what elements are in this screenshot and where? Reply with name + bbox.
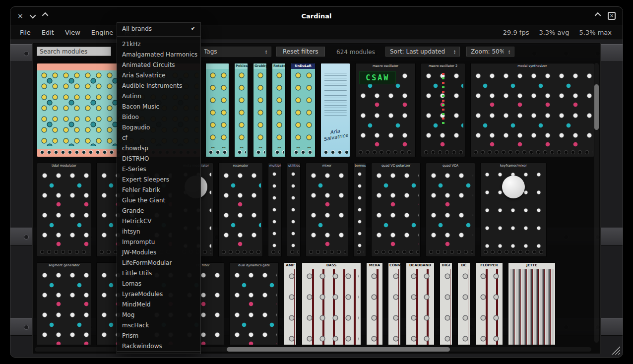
module-title: BASS: [302, 263, 361, 268]
module-ports: [236, 149, 246, 156]
module-panel: [236, 70, 246, 148]
zoom-dropdown[interactable]: Zoom: 50% ▴▾: [466, 47, 514, 57]
module-title: keyframer/mixer: [481, 163, 546, 169]
module-ports: [355, 249, 364, 255]
brand-menu-item[interactable]: Grande: [117, 205, 200, 216]
brand-menu-item[interactable]: cf: [117, 132, 200, 143]
brand-menu-item[interactable]: Autinn: [117, 91, 200, 101]
brand-menu-item[interactable]: Little Utils: [117, 268, 200, 278]
module-ports: [428, 249, 473, 255]
module-card[interactable]: Aria Salvatrice: [320, 63, 350, 157]
module-lcd: CSAW: [359, 71, 396, 84]
reset-filters-button[interactable]: Reset filters: [276, 47, 325, 57]
module-card[interactable]: mixer: [306, 163, 348, 257]
module-title: JETTE: [508, 263, 555, 268]
menu-item[interactable]: View: [60, 29, 86, 36]
module-card[interactable]: AMP: [284, 262, 297, 345]
module-card[interactable]: dual dynamics gate: [229, 262, 279, 345]
module-panel: [274, 70, 284, 148]
module-card[interactable]: Grabby: [253, 63, 267, 157]
brand-menu-item[interactable]: Impromptu: [117, 237, 200, 247]
module-card[interactable]: DEADBAND: [406, 262, 435, 345]
brand-menu-item[interactable]: Rackwindows: [117, 341, 200, 351]
module-card[interactable]: Rotatoes: [272, 63, 286, 157]
menu-item[interactable]: File: [14, 29, 36, 36]
module-card[interactable]: BASS: [302, 262, 361, 345]
module-ports: [39, 249, 89, 255]
module-panel: [423, 70, 463, 148]
brand-menu-item[interactable]: Audible Instruments: [117, 80, 200, 91]
brand-menu-item-all[interactable]: All brands ✔: [117, 23, 200, 34]
brand-menu-item[interactable]: Animated Circuits: [117, 60, 200, 70]
module-card[interactable]: quad VCA: [426, 163, 475, 257]
module-card[interactable]: keyframer/mixer: [480, 163, 547, 257]
close-window-icon[interactable]: ×: [608, 12, 616, 20]
brand-menu-item[interactable]: mscHack: [117, 320, 200, 330]
module-card[interactable]: modal synthesizer: [470, 63, 594, 157]
brand-menu-item[interactable]: Bidoo: [117, 112, 200, 122]
module-ports: [255, 149, 265, 156]
module-panel: [231, 269, 277, 345]
module-title: macro oscillator: [356, 63, 415, 69]
brand-menu-item[interactable]: DISTRHO: [117, 153, 200, 164]
brand-menu-item[interactable]: JW-Modules: [117, 247, 200, 257]
module-panel: [482, 170, 545, 248]
brand-menu-item[interactable]: LifeFormModular: [117, 257, 200, 268]
brand-menu-item[interactable]: E-Series: [117, 164, 200, 174]
brand-menu-item[interactable]: 21kHz: [117, 39, 200, 49]
brand-menu-item[interactable]: LyraeModules: [117, 289, 200, 299]
module-card[interactable]: CONV: [388, 262, 401, 345]
brand-menu-item[interactable]: Glue the Giant: [117, 195, 200, 205]
module-title: dual dynamics gate: [230, 263, 278, 268]
brand-menu-item[interactable]: Mog: [117, 309, 200, 320]
module-card[interactable]: segment generator: [37, 262, 91, 345]
vertical-scrollbar-thumb[interactable]: [594, 84, 599, 130]
module-card[interactable]: DC: [457, 262, 470, 345]
module-card[interactable]: multiples: [268, 163, 282, 257]
search-input[interactable]: [37, 47, 111, 56]
sort-dropdown[interactable]: Sort: Last updated ▴▾: [385, 47, 460, 57]
tags-dropdown[interactable]: Tags ▴▾: [199, 47, 271, 57]
module-ports: [207, 149, 227, 156]
module-card[interactable]: tidal modulator: [37, 163, 91, 257]
brand-menu-item[interactable]: Expert Sleepers: [117, 174, 200, 184]
brand-menu-item[interactable]: Lomas: [117, 278, 200, 289]
module-card[interactable]: macro oscillator 2: [421, 63, 465, 157]
brand-menu-item[interactable]: chowdsp: [117, 143, 200, 153]
brand-menu-item[interactable]: Aria Salvatrice: [117, 70, 200, 80]
brand-menu-item[interactable]: Fehler Fabrik: [117, 184, 200, 195]
module-card[interactable]: Pokies: [234, 63, 248, 157]
module-title: UnDuLaR: [291, 63, 315, 69]
module-card[interactable]: DIGI: [440, 262, 452, 345]
module-panel: [255, 70, 265, 148]
module-title: FLOPPER: [476, 263, 503, 268]
module-panel: [286, 269, 295, 345]
brand-menu-item[interactable]: Bacon Music: [117, 101, 200, 112]
module-card[interactable]: bernoulli gate: [353, 163, 366, 257]
module-ports: [322, 149, 348, 156]
menu-item[interactable]: Edit: [36, 29, 60, 36]
module-card[interactable]: utilities: [287, 163, 301, 257]
horizontal-scrollbar-thumb[interactable]: [227, 347, 450, 352]
brand-menu-item[interactable]: Prism: [117, 330, 200, 341]
brand-menu-item[interactable]: ihtsyn: [117, 226, 200, 237]
module-card[interactable]: resonator: [218, 163, 263, 257]
window-controls-right: ×: [596, 7, 616, 25]
module-panel: [39, 170, 89, 248]
module-card[interactable]: MERA: [366, 262, 383, 345]
brand-menu-item[interactable]: Bogaudio: [117, 122, 200, 132]
menu-item[interactable]: Engine: [86, 29, 119, 36]
module-card[interactable]: FLOPPER: [475, 262, 503, 345]
module-card[interactable]: UnDuLaR: [291, 63, 316, 157]
module-title: Pokies: [235, 63, 248, 69]
module-card[interactable]: JETTE: [508, 262, 556, 345]
module-title: quad VC-polarizer: [372, 163, 420, 169]
brand-menu-item[interactable]: MindMeld: [117, 299, 200, 309]
module-card[interactable]: [205, 63, 229, 157]
brand-menu-item[interactable]: HetrickCV: [117, 216, 200, 226]
module-card[interactable]: quad VC-polarizer: [371, 163, 421, 257]
module-title: DEADBAND: [406, 263, 434, 268]
module-card[interactable]: macro oscillator CSAW: [355, 63, 416, 157]
sort-dropdown-label: Sort: Last updated: [390, 48, 445, 55]
brand-menu-item[interactable]: Amalgamated Harmonics: [117, 49, 200, 60]
